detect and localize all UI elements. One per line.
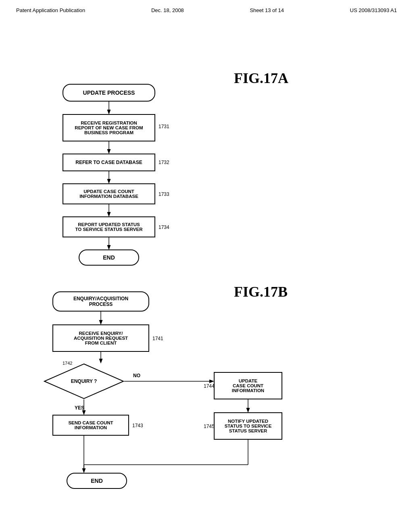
- fig17b-label: FIG.17B: [234, 283, 288, 300]
- header-patent-number: US 2008/313093 A1: [350, 7, 397, 13]
- fig17a-label: FIG.17A: [234, 70, 288, 87]
- fig17a-num1734: 1734: [159, 224, 169, 230]
- page-header: Patent Application Publication Dec. 18, …: [0, 0, 413, 17]
- fig17a-step1731: RECEIVE REGISTRATION REPORT OF NEW CASE …: [63, 114, 155, 141]
- fig17b-yes-label: YES: [75, 405, 84, 411]
- fig17b-num1743: 1743: [132, 423, 143, 428]
- fig17b-step1744: UPDATE CASE COUNT INFORMATION: [214, 372, 282, 399]
- fig17a-end: END: [79, 249, 139, 266]
- fig17b-no-label: NO: [133, 373, 140, 378]
- diagram-area: FIG.17A UPDATE PROCESS RECEIVE REGISTRAT…: [0, 17, 413, 525]
- fig17a-num1733: 1733: [159, 191, 169, 197]
- header-date: Dec. 18, 2008: [151, 7, 184, 13]
- fig17b-num1741: 1741: [152, 336, 163, 341]
- fig17b-num1742: 1742: [63, 361, 72, 366]
- fig17a-step1734: REPORT UPDATED STATUS TO SERVICE STATUS …: [63, 216, 155, 237]
- fig17a-num1731: 1731: [159, 124, 169, 129]
- fig17b-decision1742: ENQUIRY ?: [44, 363, 124, 399]
- fig17a-start: UPDATE PROCESS: [63, 84, 155, 102]
- fig17a-step1732: REFER TO CASE DATABASE: [63, 154, 155, 171]
- fig17b-start: ENQUIRY/ACQUISITION PROCESS: [52, 291, 149, 312]
- fig17b-num1745: 1745: [204, 424, 215, 429]
- fig17a-num1732: 1732: [159, 160, 169, 165]
- header-publication: Patent Application Publication: [16, 7, 85, 13]
- fig17b-step1745: NOTIFY UPDATED STATUS TO SERVICE STATUS …: [214, 412, 282, 440]
- fig17a-step1733: UPDATE CASE COUNT INFORMATION DATABASE: [63, 183, 155, 204]
- fig17b-step1743: SEND CASE COUNT INFORMATION: [52, 415, 129, 436]
- fig17b-step1741: RECEIVE ENQUIRY/ ACQUISITION REQUEST FRO…: [52, 324, 149, 352]
- header-sheet: Sheet 13 of 14: [250, 7, 284, 13]
- fig17b-num1744: 1744: [204, 383, 215, 389]
- flowchart-arrows: [0, 17, 413, 525]
- fig17b-end: END: [67, 473, 127, 489]
